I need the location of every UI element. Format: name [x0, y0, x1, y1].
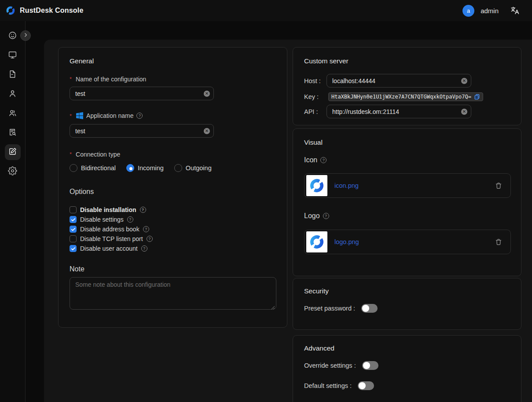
checkbox-disable-address-book[interactable]: Disable address book ?	[70, 224, 153, 234]
checkbox-box	[70, 226, 77, 233]
help-icon[interactable]: ?	[127, 216, 133, 223]
people-icon	[8, 108, 17, 119]
help-icon[interactable]: ?	[147, 236, 153, 242]
user-name[interactable]: admin	[481, 7, 499, 15]
toggle-knob	[363, 362, 370, 369]
security-title: Security	[304, 287, 329, 295]
icon-file-link[interactable]: icon.png	[334, 182, 359, 189]
preset-password-label: Preset password :	[304, 305, 355, 312]
note-label: Note	[70, 265, 84, 273]
override-settings-label: Override settings :	[304, 362, 356, 369]
checkbox-box	[70, 245, 77, 252]
logo-upload-row: logo.png	[304, 230, 511, 254]
custom-server-title: Custom server	[304, 57, 349, 65]
api-label: API :	[304, 108, 327, 115]
radio-dot	[126, 164, 134, 172]
logo-preview-image	[306, 231, 327, 252]
toggle-knob	[359, 382, 366, 389]
clear-host-icon[interactable]: ✕	[461, 78, 467, 84]
checkbox-disable-tcp-listen-port[interactable]: Disable TCP listen port ?	[70, 234, 153, 244]
options-label: Options	[70, 188, 94, 195]
api-input[interactable]	[327, 105, 471, 118]
required-asterisk: *	[70, 113, 72, 119]
key-label: Key :	[304, 93, 328, 100]
advanced-title: Advanced	[304, 344, 334, 352]
help-icon[interactable]: ?	[143, 226, 149, 232]
config-name-input[interactable]	[70, 87, 214, 100]
radio-dot	[70, 164, 77, 172]
logo-label: Logo	[304, 212, 320, 220]
help-icon[interactable]: ?	[136, 113, 143, 119]
trash-icon[interactable]	[495, 238, 503, 246]
radio-incoming[interactable]: Incoming	[126, 164, 164, 172]
checkbox-disable-installation[interactable]: Disable installation ?	[70, 205, 153, 215]
logo-file-link[interactable]: logo.png	[334, 238, 359, 245]
edit-icon	[8, 147, 17, 158]
top-bar: RustDesk Console a admin	[0, 0, 532, 21]
app-name-label: Application name	[86, 112, 133, 119]
general-card: General * Name of the configuration ✕ * …	[58, 47, 287, 328]
monitor-icon	[8, 50, 17, 61]
rustdesk-logo-icon	[5, 5, 16, 16]
sidebar-item-groups[interactable]	[5, 106, 21, 121]
checkbox-disable-user-account[interactable]: Disable user account ?	[70, 244, 153, 253]
sidebar	[0, 21, 26, 402]
icon-upload-row: icon.png	[304, 173, 511, 198]
sidebar-expand-button[interactable]	[20, 30, 31, 41]
document-search-icon	[8, 128, 17, 139]
visual-card: Visual Icon ? icon.png Logo ?	[293, 128, 521, 276]
default-settings-label: Default settings :	[304, 382, 352, 389]
brand: RustDesk Console	[0, 5, 84, 16]
advanced-card: Advanced Override settings : Default set…	[293, 335, 521, 402]
override-settings-toggle[interactable]	[362, 361, 378, 370]
app-name-input[interactable]	[70, 124, 214, 138]
checkbox-box	[70, 216, 77, 223]
icon-label: Icon	[304, 156, 317, 164]
default-settings-toggle[interactable]	[358, 381, 374, 390]
sidebar-item-configurations[interactable]	[5, 144, 21, 160]
checkbox-box	[70, 206, 77, 213]
host-input[interactable]	[327, 74, 471, 88]
radio-bidirectional[interactable]: Bidirectional	[70, 164, 116, 172]
main-content: General * Name of the configuration ✕ * …	[44, 40, 532, 402]
trash-icon[interactable]	[495, 182, 503, 190]
toggle-knob	[362, 305, 369, 312]
chevron-right-icon	[23, 32, 29, 40]
sidebar-item-audit[interactable]	[5, 125, 21, 141]
gear-icon	[8, 166, 17, 177]
help-icon[interactable]: ?	[323, 213, 329, 219]
sidebar-item-users[interactable]	[5, 86, 21, 102]
required-asterisk: *	[70, 151, 72, 157]
radio-outgoing[interactable]: Outgoing	[174, 164, 212, 172]
security-card: Security Preset password :	[293, 278, 521, 330]
translate-icon[interactable]	[510, 6, 520, 15]
clear-api-icon[interactable]: ✕	[461, 109, 467, 115]
sidebar-item-settings[interactable]	[5, 164, 21, 179]
required-asterisk: *	[70, 76, 72, 82]
checkbox-disable-settings[interactable]: Disable settings ?	[70, 215, 153, 224]
connection-type-label: * Connection type	[70, 151, 120, 158]
note-textarea[interactable]	[70, 277, 276, 310]
server-key-chip: HtaXBkJNHyn0e1U1jWXze7A7CN7QTGWqxkOtpaVp…	[328, 92, 483, 101]
help-icon[interactable]: ?	[140, 207, 146, 213]
radio-dot	[174, 164, 182, 172]
general-title: General	[70, 57, 94, 65]
config-name-label: * Name of the configuration	[70, 76, 146, 83]
visual-title: Visual	[304, 139, 323, 146]
windows-icon	[76, 112, 83, 119]
host-label: Host :	[304, 77, 327, 84]
custom-server-card: Custom server Host : ✕ Key : HtaXBkJNHyn…	[293, 47, 521, 125]
clear-config-name-icon[interactable]: ✕	[204, 91, 210, 97]
help-icon[interactable]: ?	[141, 245, 147, 252]
help-icon[interactable]: ?	[320, 157, 327, 163]
clear-app-name-icon[interactable]: ✕	[204, 128, 210, 134]
user-avatar[interactable]: a	[462, 5, 474, 17]
preset-password-toggle[interactable]	[361, 304, 378, 313]
sidebar-item-documents[interactable]	[5, 67, 21, 83]
sidebar-item-devices[interactable]	[5, 48, 21, 63]
person-icon	[8, 89, 17, 100]
sidebar-item-dashboard[interactable]	[5, 28, 21, 44]
server-key-value: HtaXBkJNHyn0e1U1jWXze7A7CN7QTGWqxkOtpaVp…	[331, 94, 471, 100]
checkbox-box	[70, 235, 77, 242]
copy-icon[interactable]	[474, 94, 480, 100]
